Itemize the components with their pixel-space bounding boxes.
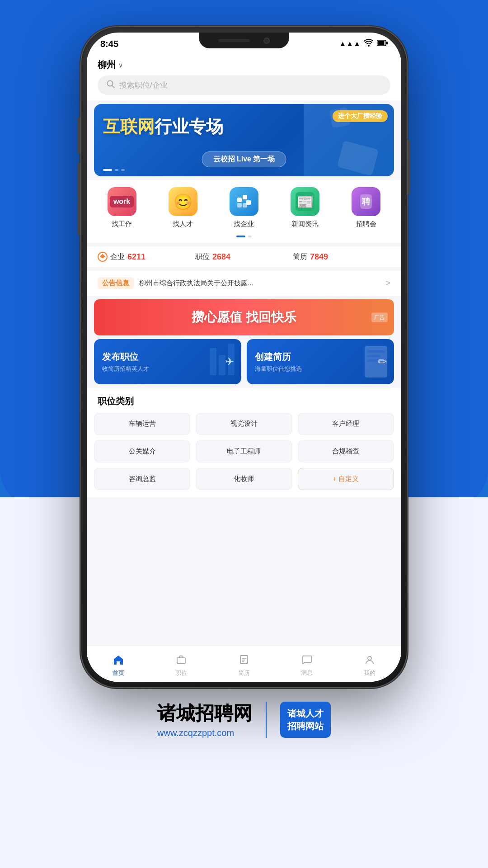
- publish-title: 发布职位: [102, 351, 138, 363]
- camera: [263, 38, 270, 44]
- quick-actions: work 找工作 😊 找人才: [87, 180, 401, 236]
- signal-icon: ▲▲▲: [339, 40, 361, 48]
- cat-engineer[interactable]: 电子工程师: [196, 440, 292, 462]
- qa-news-label: 新闻资讯: [291, 220, 319, 228]
- resume-title: 创建简历: [255, 351, 291, 363]
- home-icon: [113, 655, 124, 667]
- qa-talent-label: 找人才: [173, 220, 193, 228]
- notice-tag: 公告信息: [98, 277, 134, 289]
- page-dots: [87, 236, 401, 243]
- brand-badge: 诸城人才 招聘网站: [280, 702, 331, 738]
- ad-text: 攒心愿值 找回快乐: [192, 309, 296, 326]
- cat-makeup[interactable]: 化妆师: [196, 468, 292, 490]
- dot-1: [115, 169, 118, 171]
- phone-mockup: 8:45 ▲▲▲: [81, 27, 407, 687]
- status-time: 8:45: [100, 39, 118, 49]
- speaker: [218, 39, 250, 42]
- dot-active: [103, 169, 112, 171]
- svg-rect-16: [367, 350, 385, 353]
- nav-home[interactable]: 首页: [87, 651, 150, 677]
- banner-subtitle: 云校招 Live 第一场: [202, 151, 286, 167]
- brand-divider: [266, 702, 267, 738]
- qa-work[interactable]: work 找工作: [99, 187, 145, 228]
- nav-mine[interactable]: 我的: [338, 651, 401, 677]
- svg-line-4: [112, 85, 114, 88]
- nav-jobs[interactable]: 职位: [150, 651, 212, 677]
- hero-banner[interactable]: 进个大厂攒经验 互联网行业专场 云校招 Live 第一场: [94, 104, 394, 176]
- chevron-down-icon[interactable]: ∨: [118, 61, 123, 69]
- nav-mine-label: 我的: [364, 669, 375, 677]
- brand-left: 诸城招聘网 www.zcqzzppt.com: [157, 701, 252, 738]
- ad-banner[interactable]: 攒心愿值 找回快乐 广告: [94, 299, 394, 335]
- qa-news[interactable]: 📰 新闻资讯: [282, 187, 328, 228]
- banner-title: 互联网行业专场: [103, 118, 223, 137]
- qa-work-label: 找工作: [112, 220, 132, 228]
- stats-enterprise-icon: [98, 252, 108, 262]
- svg-rect-12: [210, 348, 216, 375]
- nav-jobs-label: 职位: [175, 669, 187, 677]
- cat-account[interactable]: 客户经理: [298, 413, 394, 435]
- create-resume-card[interactable]: 创建简历 海量职位任您挑选 ✏: [247, 339, 394, 384]
- status-icons: ▲▲▲: [339, 39, 388, 48]
- qa-talent[interactable]: 😊 找人才: [160, 187, 206, 228]
- cat-custom[interactable]: + 自定义: [298, 468, 394, 490]
- stats-resume-label: 简历: [293, 252, 307, 262]
- cat-vehicle[interactable]: 车辆运营: [94, 413, 190, 435]
- resume-sub: 海量职位任您挑选: [255, 365, 302, 373]
- badge-line1: 诸城人才: [287, 707, 324, 720]
- work-icon: work: [108, 187, 136, 216]
- cat-design[interactable]: 视觉设计: [196, 413, 292, 435]
- banner-pagination: [103, 169, 125, 171]
- jobs-icon: [176, 655, 186, 667]
- battery-icon: [377, 40, 388, 48]
- search-bar[interactable]: 搜索职位/企业: [98, 75, 390, 95]
- qa-enterprise[interactable]: 找企业: [221, 187, 267, 228]
- search-icon: [107, 80, 115, 90]
- publish-job-card[interactable]: 发布职位 收简历招精英人才 ✈: [94, 339, 241, 384]
- dot-2: [121, 169, 125, 171]
- job-categories-section: 职位类别 车辆运营 视觉设计 客户经理 公关媒介 电子工程师 合规稽查 咨询总监…: [87, 388, 401, 497]
- nav-home-label: 首页: [113, 669, 124, 677]
- stats-enterprise-value: 6211: [127, 252, 145, 262]
- brand-part2: 招聘网: [195, 703, 252, 724]
- brand-name: 诸城招聘网: [157, 701, 252, 726]
- nav-message-label: 消息: [301, 669, 313, 677]
- top-bar: 柳州 ∨ 搜索职位/企业: [87, 55, 401, 100]
- cat-consultant[interactable]: 咨询总监: [94, 468, 190, 490]
- cat-pr[interactable]: 公关媒介: [94, 440, 190, 462]
- svg-rect-19: [177, 658, 185, 664]
- resume-nav-icon: [239, 655, 249, 667]
- stats-job-value: 2684: [212, 252, 230, 262]
- city-name[interactable]: 柳州: [98, 59, 116, 71]
- fair-icon: 聘: [352, 187, 380, 216]
- svg-rect-5: [237, 198, 242, 202]
- brand-part1: 诸城: [157, 703, 195, 724]
- svg-point-11: [101, 255, 104, 258]
- location-row[interactable]: 柳州 ∨: [98, 59, 390, 71]
- nav-resume[interactable]: 简历: [212, 651, 275, 677]
- enterprise-icon: [230, 187, 258, 216]
- svg-rect-1: [378, 41, 385, 45]
- svg-rect-2: [386, 42, 388, 44]
- notice-text: 柳州市综合行政执法局关于公开披露...: [139, 279, 380, 288]
- qa-fair[interactable]: 聘 招聘会: [343, 187, 389, 228]
- qa-fair-label: 招聘会: [356, 220, 376, 228]
- dot-active-ind: [236, 236, 245, 237]
- svg-rect-6: [243, 195, 247, 199]
- talent-icon: 😊: [169, 187, 197, 216]
- nav-message[interactable]: 消息: [276, 651, 338, 677]
- bottom-nav: 首页 职位: [87, 646, 401, 682]
- cat-compliance[interactable]: 合规稽查: [298, 440, 394, 462]
- wifi-icon: [364, 39, 373, 48]
- notice-arrow-icon[interactable]: >: [385, 278, 390, 288]
- category-grid: 车辆运营 视觉设计 客户经理 公关媒介 电子工程师 合规稽查 咨询总监 化妆师 …: [87, 413, 401, 497]
- brand-url: www.zcqzzppt.com: [157, 728, 252, 738]
- dot-1-ind: [248, 236, 252, 237]
- stats-enterprise: 企业 6211: [98, 252, 195, 262]
- svg-rect-13: [219, 355, 225, 375]
- publish-icon: ✈: [225, 355, 234, 368]
- notice-bar[interactable]: 公告信息 柳州市综合行政执法局关于公开披露... >: [87, 271, 401, 296]
- badge-line2: 招聘网站: [287, 720, 324, 732]
- news-icon: 📰: [291, 187, 319, 216]
- phone-screen: 8:45 ▲▲▲: [87, 33, 401, 682]
